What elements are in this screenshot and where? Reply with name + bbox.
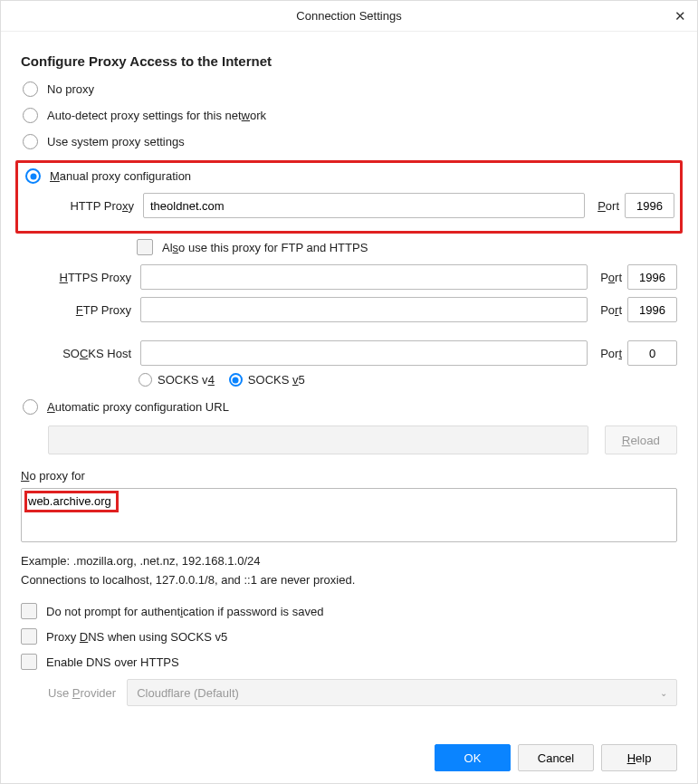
ftp-proxy-row: FTP Proxy Port — [48, 297, 677, 322]
radio-label: Manual proxy configuration — [50, 169, 191, 183]
radio-icon — [23, 81, 38, 97]
socks-host-row: SOCKS Host Port — [48, 340, 677, 366]
ftp-port-input[interactable] — [627, 297, 677, 322]
socks-port-label: Port — [600, 347, 622, 360]
https-proxy-input[interactable] — [140, 264, 588, 290]
checkbox-label: Do not prompt for authentication if pass… — [46, 605, 323, 618]
checkbox-icon — [21, 603, 37, 619]
https-proxy-row: HTTPS Proxy Port — [48, 264, 677, 290]
proxy-dns-socks5-checkbox[interactable]: Proxy DNS when using SOCKS v5 — [21, 628, 677, 645]
http-port-input[interactable] — [625, 193, 674, 218]
highlight-manual-section: Manual proxy configuration HTTP Proxy Po… — [15, 160, 683, 234]
chevron-down-icon: ⌄ — [660, 688, 667, 698]
enable-doh-checkbox[interactable]: Enable DNS over HTTPS — [21, 654, 677, 670]
no-proxy-textarea[interactable] — [21, 488, 677, 542]
localhost-hint: Connections to localhost, 127.0.0.1/8, a… — [21, 573, 677, 587]
cancel-button[interactable]: Cancel — [518, 744, 594, 771]
https-port-input[interactable] — [627, 264, 677, 290]
checkbox-label: Proxy DNS when using SOCKS v5 — [46, 630, 227, 644]
dialog-title: Connection Settings — [296, 9, 401, 23]
http-proxy-input[interactable] — [143, 193, 585, 218]
dialog-footer: OK Cancel Help — [1, 732, 697, 783]
socks-host-label: SOCKS Host — [48, 347, 135, 360]
example-text: Example: .mozilla.org, .net.nz, 192.168.… — [21, 554, 677, 568]
ftp-proxy-input[interactable] — [140, 297, 588, 322]
socks-version-row: SOCKS v4 SOCKS v5 — [139, 373, 677, 387]
https-proxy-label: HTTPS Proxy — [48, 271, 135, 284]
radio-icon — [25, 168, 41, 184]
http-port-label: Port — [598, 199, 619, 213]
reload-button: Reload — [605, 425, 677, 454]
radio-label: No proxy — [47, 82, 94, 96]
ok-button[interactable]: OK — [435, 744, 511, 771]
provider-row: Use Provider Cloudflare (Default) ⌄ — [48, 679, 677, 706]
radio-auto-pac[interactable]: Automatic proxy configuration URL — [21, 399, 677, 415]
also-use-proxy-checkbox-row[interactable]: Also use this proxy for FTP and HTTPS — [137, 239, 677, 255]
checkbox-icon — [21, 628, 37, 645]
section-heading: Configure Proxy Access to the Internet — [21, 53, 677, 69]
checkbox-icon — [21, 654, 37, 670]
radio-icon — [23, 134, 38, 149]
radio-label: SOCKS v4 — [158, 373, 215, 387]
provider-selected: Cloudflare (Default) — [137, 686, 239, 700]
radio-icon — [23, 399, 38, 415]
help-button[interactable]: Help — [601, 744, 677, 771]
provider-label: Use Provider — [48, 686, 116, 700]
radio-icon — [23, 108, 38, 123]
radio-label: Automatic proxy configuration URL — [47, 400, 229, 414]
socks-port-input[interactable] — [627, 340, 677, 366]
connection-settings-dialog: Connection Settings ✕ Configure Proxy Ac… — [0, 0, 698, 784]
ftp-port-label: Port — [600, 303, 622, 317]
radio-label: Use system proxy settings — [47, 135, 185, 148]
no-proxy-textarea-wrap: web.archive.org — [21, 488, 677, 554]
radio-use-system[interactable]: Use system proxy settings — [21, 134, 677, 149]
https-port-label: Port — [600, 271, 622, 284]
checkbox-label: Enable DNS over HTTPS — [46, 655, 179, 669]
close-button[interactable]: ✕ — [670, 6, 690, 26]
radio-no-proxy[interactable]: No proxy — [21, 81, 677, 97]
dialog-content: Configure Proxy Access to the Internet N… — [1, 32, 697, 732]
radio-auto-detect[interactable]: Auto-detect proxy settings for this netw… — [21, 108, 677, 123]
pac-url-row: Reload — [48, 425, 677, 454]
http-proxy-label: HTTP Proxy — [51, 199, 138, 213]
titlebar: Connection Settings ✕ — [1, 1, 697, 32]
http-proxy-row: HTTP Proxy Port — [51, 193, 674, 218]
socks-host-input[interactable] — [140, 340, 588, 366]
checkbox-icon — [137, 239, 153, 255]
radio-label: SOCKS v5 — [248, 373, 305, 387]
ftp-proxy-label: FTP Proxy — [48, 303, 135, 317]
pac-url-input — [48, 425, 588, 454]
close-icon: ✕ — [674, 8, 686, 24]
radio-manual-proxy[interactable]: Manual proxy configuration — [24, 168, 674, 184]
provider-select: Cloudflare (Default) ⌄ — [127, 679, 677, 706]
radio-socks-v4[interactable]: SOCKS v4 — [139, 373, 215, 387]
radio-label: Auto-detect proxy settings for this netw… — [47, 109, 266, 122]
radio-icon — [229, 373, 243, 387]
no-proxy-for-label: No proxy for — [21, 469, 677, 483]
radio-socks-v5[interactable]: SOCKS v5 — [229, 373, 305, 387]
checkbox-label: Also use this proxy for FTP and HTTPS — [162, 241, 368, 254]
no-prompt-auth-checkbox[interactable]: Do not prompt for authentication if pass… — [21, 603, 677, 619]
radio-icon — [139, 373, 152, 387]
